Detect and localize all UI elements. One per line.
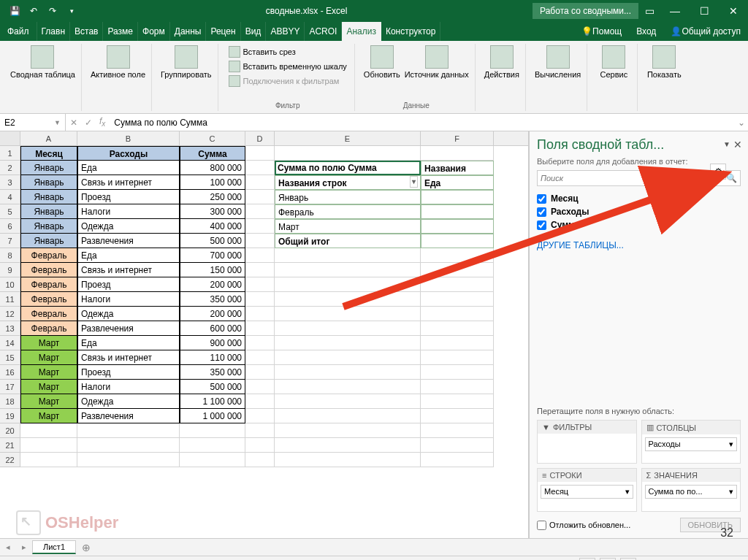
tab-разме[interactable]: Разме — [103, 22, 138, 41]
cell-month[interactable]: Февраль — [20, 277, 77, 292]
pivot-table-button[interactable]: Сводная таблица — [10, 45, 75, 79]
cell-sum[interactable]: 350 000 — [180, 365, 245, 380]
service-button[interactable]: Сервис — [596, 45, 631, 79]
cell-expense[interactable]: Проезд — [77, 277, 180, 292]
row-header[interactable]: 16 — [0, 365, 20, 380]
field-checkbox[interactable] — [537, 207, 546, 217]
cell[interactable] — [421, 292, 494, 307]
cell-sum[interactable]: 900 000 — [180, 336, 245, 350]
area-filters[interactable]: ▼ФИЛЬТРЫ — [537, 420, 637, 464]
close-pane-icon[interactable]: ✕ — [733, 139, 742, 150]
cell-month[interactable]: Январь — [20, 161, 77, 175]
cell-month[interactable]: Январь — [20, 234, 77, 248]
row-header[interactable]: 6 — [0, 219, 20, 234]
cell[interactable] — [245, 219, 275, 234]
pivot-col-labels[interactable]: Названия — [421, 161, 494, 175]
cell-expense[interactable]: Развлечения — [77, 234, 180, 248]
cell-month[interactable]: Январь — [20, 204, 77, 219]
tab-данны[interactable]: Данны — [170, 22, 207, 41]
area-columns-item[interactable]: Расходы▾ — [645, 437, 738, 451]
cell[interactable] — [245, 453, 275, 467]
cell-month[interactable]: Февраль — [20, 292, 77, 307]
pivot-row-item[interactable]: Март — [275, 219, 421, 234]
pivot-grand-total[interactable]: Общий итог — [275, 234, 421, 248]
tab-file[interactable]: Файл — [0, 22, 37, 41]
col-header-F[interactable]: F — [421, 131, 494, 145]
cell-expense[interactable]: Налоги — [77, 380, 180, 394]
col-header-A[interactable]: A — [20, 131, 77, 145]
cell-month[interactable]: Январь — [20, 219, 77, 234]
cell[interactable] — [77, 453, 180, 467]
sheet-nav-prev[interactable]: ◂ — [0, 542, 16, 552]
view-normal-button[interactable]: ▦ — [579, 558, 595, 561]
cell[interactable] — [245, 263, 275, 277]
sheet-nav-next[interactable]: ▸ — [16, 542, 32, 552]
field-Месяц[interactable]: Месяц — [537, 192, 741, 205]
table-header-month[interactable]: Месяц — [20, 146, 77, 161]
row-header[interactable]: 8 — [0, 248, 20, 263]
tab-встав[interactable]: Встав — [70, 22, 103, 41]
ribbon-display-options[interactable]: ▭ — [638, 0, 660, 22]
cell[interactable] — [275, 394, 421, 409]
tab-abbyy[interactable]: ABBYY — [266, 22, 305, 41]
tab-анализ[interactable]: Анализ — [342, 22, 381, 41]
active-field-button[interactable]: Активное поле — [91, 45, 145, 79]
cell[interactable] — [275, 409, 421, 423]
row-header[interactable]: 12 — [0, 307, 20, 321]
cell-month[interactable]: Февраль — [20, 248, 77, 263]
cell-month[interactable]: Март — [20, 409, 77, 423]
cell-expense[interactable]: Налоги — [77, 292, 180, 307]
refresh-button[interactable]: Обновить — [364, 45, 400, 79]
cell-sum[interactable]: 200 000 — [180, 307, 245, 321]
row-header[interactable]: 7 — [0, 234, 20, 248]
area-rows-item[interactable]: Месяц▾ — [541, 485, 633, 499]
cell[interactable] — [421, 146, 494, 161]
pivot-row-item[interactable]: Февраль — [275, 204, 421, 219]
chevron-down-icon[interactable]: ▼ — [54, 119, 61, 126]
other-tables-link[interactable]: ДРУГИЕ ТАБЛИЦЫ... — [537, 237, 741, 253]
cell[interactable] — [421, 394, 494, 409]
undo-button[interactable]: ↶ — [25, 2, 42, 20]
cell[interactable] — [20, 453, 77, 467]
cell-sum[interactable]: 250 000 — [180, 190, 245, 204]
cell[interactable] — [275, 146, 421, 161]
cell[interactable] — [421, 277, 494, 292]
cell[interactable] — [245, 423, 275, 438]
cell[interactable] — [245, 190, 275, 204]
cell[interactable] — [180, 453, 245, 467]
field-checkbox[interactable] — [537, 220, 546, 230]
cell[interactable] — [245, 409, 275, 423]
cell[interactable] — [421, 438, 494, 453]
cell-month[interactable]: Февраль — [20, 307, 77, 321]
cell[interactable] — [275, 380, 421, 394]
cell[interactable] — [421, 409, 494, 423]
cell-sum[interactable]: 600 000 — [180, 321, 245, 336]
cell-expense[interactable]: Еда — [77, 248, 180, 263]
cell[interactable] — [20, 423, 77, 438]
row-header[interactable]: 20 — [0, 423, 20, 438]
row-header[interactable]: 3 — [0, 175, 20, 190]
tell-me[interactable]: 💡 Помощ — [574, 22, 629, 41]
cell-month[interactable]: Февраль — [20, 263, 77, 277]
tab-конструктор[interactable]: Конструктор — [381, 22, 440, 41]
qat-customize[interactable]: ▾ — [63, 2, 80, 20]
cell[interactable] — [275, 350, 421, 365]
cell-sum[interactable]: 1 000 000 — [180, 409, 245, 423]
cell-month[interactable]: Март — [20, 336, 77, 350]
tab-вид[interactable]: Вид — [241, 22, 267, 41]
search-icon[interactable]: 🔍 — [726, 173, 737, 183]
redo-button[interactable]: ↷ — [44, 2, 61, 20]
insert-timeline-button[interactable]: Вставить временную шкалу — [227, 60, 348, 73]
cell[interactable] — [245, 380, 275, 394]
cell[interactable] — [275, 263, 421, 277]
cell[interactable] — [421, 204, 494, 219]
cell[interactable] — [245, 175, 275, 190]
login-button[interactable]: Вход — [629, 22, 663, 41]
cell[interactable] — [245, 365, 275, 380]
col-header-C[interactable]: C — [180, 131, 245, 145]
cell-expense[interactable]: Одежда — [77, 394, 180, 409]
cell-expense[interactable]: Проезд — [77, 365, 180, 380]
group-button[interactable]: Группировать — [161, 45, 212, 79]
cell-month[interactable]: Январь — [20, 175, 77, 190]
row-header[interactable]: 21 — [0, 438, 20, 453]
